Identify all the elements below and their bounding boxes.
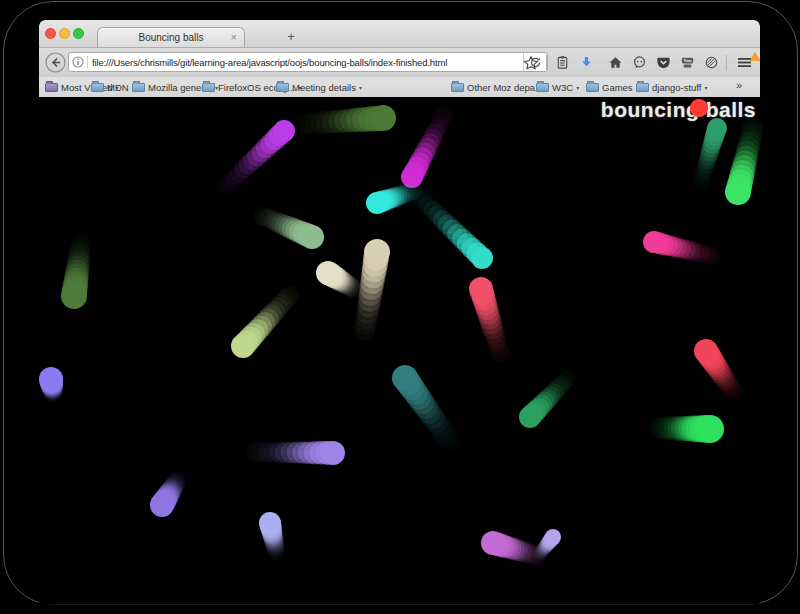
folder-icon bbox=[276, 83, 289, 92]
toolbar-separator bbox=[726, 55, 727, 70]
zoom-window-button[interactable] bbox=[73, 28, 84, 39]
folder-icon bbox=[45, 83, 58, 92]
downloads-button[interactable] bbox=[575, 52, 597, 74]
folder-icon bbox=[132, 83, 145, 92]
menu-button[interactable] bbox=[731, 52, 757, 74]
bookmark-label: Meeting details bbox=[292, 82, 356, 93]
folder-icon bbox=[586, 83, 599, 92]
bookmark-label: Games bbox=[602, 82, 633, 93]
info-icon[interactable] bbox=[72, 56, 84, 68]
bookmarks-bar: Most Visited ▾ MDN ▾ Mozilla general ▾ F… bbox=[39, 77, 760, 98]
back-icon bbox=[45, 52, 66, 73]
url-separator bbox=[87, 56, 88, 68]
pocket-icon bbox=[656, 55, 671, 70]
bookmark-meeting-details[interactable]: Meeting details ▾ bbox=[276, 77, 362, 97]
clipboard-icon bbox=[555, 55, 570, 70]
chat-bubble-icon bbox=[632, 55, 647, 70]
reading-list-button[interactable] bbox=[551, 52, 573, 74]
bookmark-label: django-stuff bbox=[652, 82, 701, 93]
new-tab-button[interactable]: + bbox=[281, 29, 301, 44]
download-icon bbox=[579, 55, 594, 70]
video-downloader-icon: You bbox=[680, 55, 695, 70]
folder-icon bbox=[202, 83, 215, 92]
bookmark-games[interactable]: Games ▾ bbox=[586, 77, 639, 97]
minimize-window-button[interactable] bbox=[59, 28, 70, 39]
folder-icon bbox=[636, 83, 649, 92]
bookmark-label: Other Moz depa... bbox=[467, 82, 543, 93]
bookmark-star-icon bbox=[523, 55, 539, 71]
hello-button[interactable] bbox=[628, 52, 650, 74]
toolbar-separator bbox=[546, 55, 547, 70]
url-bar[interactable]: file:///Users/chrismills/git/learning-ar… bbox=[68, 52, 548, 72]
tab-title: Bouncing balls bbox=[138, 32, 203, 43]
swirl-icon bbox=[704, 55, 719, 70]
folder-icon bbox=[536, 83, 549, 92]
home-button[interactable] bbox=[604, 52, 626, 74]
back-button[interactable] bbox=[45, 52, 66, 73]
browser-window: Bouncing balls × + file bbox=[39, 20, 760, 604]
chevron-down-icon: ▾ bbox=[359, 84, 362, 91]
svg-text:You: You bbox=[683, 58, 691, 63]
bookmark-label: MDN bbox=[107, 82, 129, 93]
bookmark-mdn[interactable]: MDN ▾ bbox=[91, 77, 135, 97]
bookmark-w3c[interactable]: W3C ▾ bbox=[536, 77, 579, 97]
folder-icon bbox=[91, 83, 104, 92]
bookmark-django-stuff[interactable]: django-stuff ▾ bbox=[636, 77, 708, 97]
toolbar-icons: You bbox=[520, 48, 757, 77]
bookmark-other-moz-departments[interactable]: Other Moz depa... ▾ bbox=[451, 77, 549, 97]
bookmark-star-button[interactable] bbox=[520, 52, 542, 74]
chevron-down-icon: ▾ bbox=[704, 84, 707, 91]
addon-swirl-button[interactable] bbox=[700, 52, 722, 74]
screenshot-background: Bouncing balls × + file bbox=[0, 0, 800, 614]
url-text[interactable]: file:///Users/chrismills/git/learning-ar… bbox=[92, 57, 523, 68]
video-downloader-button[interactable]: You bbox=[676, 52, 698, 74]
warning-badge-icon bbox=[750, 52, 760, 61]
navigation-bar: file:///Users/chrismills/git/learning-ar… bbox=[39, 48, 760, 77]
pocket-button[interactable] bbox=[652, 52, 674, 74]
bookmarks-overflow-button[interactable]: » bbox=[736, 79, 742, 91]
tab-bar: Bouncing balls × + bbox=[39, 20, 760, 48]
folder-icon bbox=[451, 83, 464, 92]
home-icon bbox=[608, 55, 623, 70]
tab-bouncing-balls[interactable]: Bouncing balls × bbox=[97, 27, 245, 47]
tab-close-icon[interactable]: × bbox=[231, 31, 237, 43]
chevron-down-icon: ▾ bbox=[576, 84, 579, 91]
balls-canvas: bouncing balls bbox=[39, 97, 760, 604]
bookmark-label: W3C bbox=[552, 82, 573, 93]
page-title: bouncing balls bbox=[601, 98, 756, 122]
close-window-button[interactable] bbox=[45, 28, 56, 39]
